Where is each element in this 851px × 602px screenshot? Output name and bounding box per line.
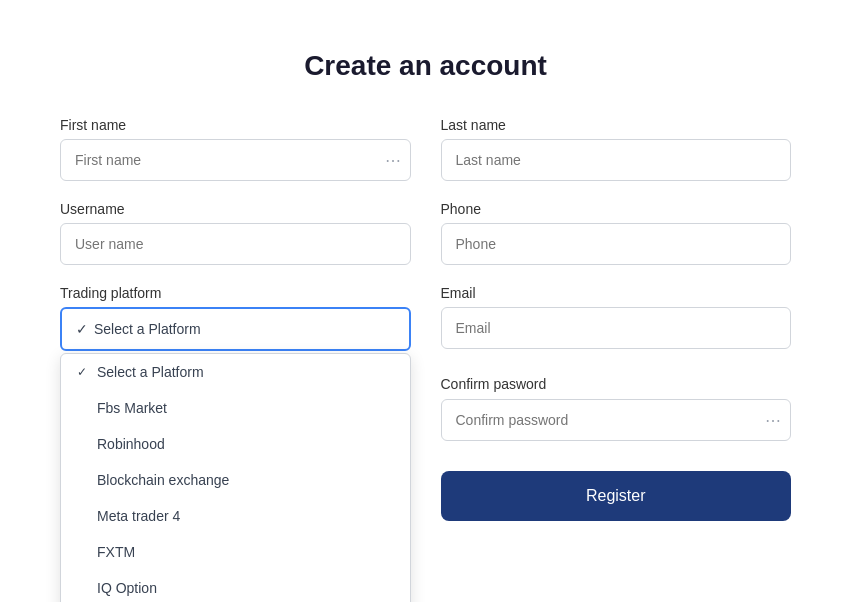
- confirm-password-input[interactable]: [441, 399, 792, 441]
- page-title: Create an account: [60, 50, 791, 82]
- first-name-group: First name ⋯: [60, 117, 411, 181]
- trading-platform-dropdown-trigger[interactable]: ✓ Select a Platform: [60, 307, 411, 351]
- checkmark-icon: ✓: [76, 321, 88, 337]
- phone-label: Phone: [441, 201, 792, 217]
- first-name-label: First name: [60, 117, 411, 133]
- dropdown-option-1[interactable]: Fbs Market: [61, 390, 410, 426]
- form-grid: First name ⋯ Last name Username Phone: [60, 117, 791, 521]
- last-name-label: Last name: [441, 117, 792, 133]
- register-button-container: Register: [441, 461, 792, 521]
- phone-input-wrapper: [441, 223, 792, 265]
- email-input-wrapper: [441, 307, 792, 349]
- page-container: Create an account First name ⋯ Last name…: [20, 20, 831, 551]
- last-name-input-wrapper: [441, 139, 792, 181]
- first-name-input-wrapper: ⋯: [60, 139, 411, 181]
- dropdown-option-3[interactable]: Blockchain exchange: [61, 462, 410, 498]
- trading-platform-group: Trading platform ✓ Select a Platform ✓ S…: [60, 285, 411, 441]
- checkmark-spacer-3: [77, 473, 91, 487]
- checkmark-spacer-5: [77, 545, 91, 559]
- phone-input[interactable]: [441, 223, 792, 265]
- dropdown-option-label-6: IQ Option: [97, 580, 157, 596]
- dropdown-option-4[interactable]: Meta trader 4: [61, 498, 410, 534]
- confirm-password-label: Confirm pasword: [441, 376, 547, 392]
- checkmark-icon: ✓: [77, 365, 91, 379]
- trading-platform-dropdown-menu: ✓ Select a Platform Fbs Market Robinhood: [60, 353, 411, 602]
- dropdown-option-6[interactable]: IQ Option: [61, 570, 410, 602]
- dropdown-selected-label: Select a Platform: [94, 321, 201, 337]
- dropdown-option-label-1: Fbs Market: [97, 400, 167, 416]
- username-group: Username: [60, 201, 411, 265]
- checkmark-spacer-1: [77, 401, 91, 415]
- dropdown-option-label-4: Meta trader 4: [97, 508, 180, 524]
- email-label: Email: [441, 285, 792, 301]
- email-input[interactable]: [441, 307, 792, 349]
- username-label: Username: [60, 201, 411, 217]
- first-name-input[interactable]: [60, 139, 411, 181]
- dropdown-option-5[interactable]: FXTM: [61, 534, 410, 570]
- confirm-password-subgroup: Confirm pasword ⋯: [441, 375, 792, 441]
- checkmark-spacer-6: [77, 581, 91, 595]
- dropdown-option-2[interactable]: Robinhood: [61, 426, 410, 462]
- dropdown-option-label-5: FXTM: [97, 544, 135, 560]
- email-group: Email Confirm pasword ⋯: [441, 285, 792, 441]
- trading-platform-label: Trading platform: [60, 285, 411, 301]
- register-button[interactable]: Register: [441, 471, 792, 521]
- dropdown-option-label-0: Select a Platform: [97, 364, 204, 380]
- dropdown-option-label-2: Robinhood: [97, 436, 165, 452]
- phone-group: Phone: [441, 201, 792, 265]
- confirm-password-input-wrapper: ⋯: [441, 399, 792, 441]
- last-name-input[interactable]: [441, 139, 792, 181]
- dropdown-option-0[interactable]: ✓ Select a Platform: [61, 354, 410, 390]
- checkmark-spacer-4: [77, 509, 91, 523]
- username-input-wrapper: [60, 223, 411, 265]
- checkmark-spacer-2: [77, 437, 91, 451]
- trading-platform-dropdown-wrapper: ✓ Select a Platform ✓ Select a Platform …: [60, 307, 411, 351]
- username-input[interactable]: [60, 223, 411, 265]
- last-name-group: Last name: [441, 117, 792, 181]
- dropdown-option-label-3: Blockchain exchange: [97, 472, 229, 488]
